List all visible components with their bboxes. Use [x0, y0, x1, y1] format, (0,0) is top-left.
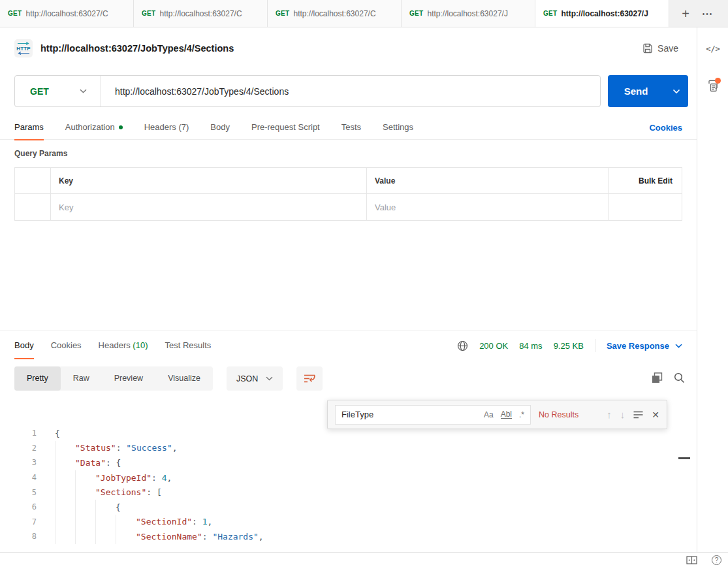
- send-options-chevron-icon[interactable]: [664, 89, 688, 94]
- view-mode-raw[interactable]: Raw: [61, 366, 102, 391]
- match-case-toggle[interactable]: Aa: [484, 410, 494, 419]
- bulk-edit-cell: Bulk Edit: [609, 168, 682, 193]
- request-tab[interactable]: GEThttp://localhost:63027/J: [535, 0, 669, 27]
- bulk-edit-button[interactable]: Bulk Edit: [616, 176, 674, 186]
- tab-headers-[interactable]: Headers (7): [144, 116, 189, 140]
- regex-toggle[interactable]: .*: [519, 410, 524, 419]
- save-label: Save: [657, 43, 678, 54]
- indent-guide: [95, 500, 116, 515]
- search-response-icon[interactable]: [674, 372, 685, 383]
- response-code[interactable]: 1{2"Status": "Success",3"Data": {4"JobTy…: [0, 426, 679, 552]
- code-line: 3"Data": {: [0, 455, 679, 470]
- tab-authorization[interactable]: Authorization: [65, 116, 123, 140]
- response-meta: 200 OK 84 ms 9.25 KB Save Response: [457, 339, 682, 352]
- json-token: :: [151, 473, 162, 483]
- indent-guide: [55, 500, 75, 515]
- request-tab[interactable]: GEThttp://localhost:63027/C: [134, 0, 268, 27]
- code-snippet-icon[interactable]: </>: [697, 44, 728, 54]
- wrap-lines-button[interactable]: [296, 366, 323, 391]
- tab-params[interactable]: Params: [14, 116, 44, 140]
- line-number: 8: [0, 532, 37, 541]
- copy-response-icon[interactable]: [652, 372, 663, 383]
- line-content: "Data": {: [55, 455, 121, 470]
- param-value-input[interactable]: Value: [367, 194, 609, 220]
- find-close-icon[interactable]: ✕: [652, 410, 659, 420]
- find-input[interactable]: [341, 410, 484, 419]
- whole-word-toggle[interactable]: Abl: [501, 410, 512, 419]
- line-content: "SectionName": "Hazards",: [55, 529, 264, 544]
- code-line: 6{: [0, 500, 679, 515]
- request-tab[interactable]: GEThttp://localhost:63027/J: [402, 0, 535, 27]
- tab-options-icon[interactable]: •••: [697, 0, 719, 27]
- find-in-selection-icon[interactable]: [633, 411, 643, 419]
- json-token: "Sections": [95, 487, 146, 497]
- indent-guide: [55, 529, 75, 544]
- tab-tests[interactable]: Tests: [341, 116, 361, 140]
- json-token: "Success": [126, 443, 172, 453]
- find-results-label: No Results: [539, 410, 578, 419]
- request-tab[interactable]: GEThttp://localhost:63027/C: [0, 0, 134, 27]
- response-time-badge[interactable]: 84 ms: [519, 341, 542, 351]
- json-token: "JobTypeId": [95, 473, 151, 483]
- json-token: : {: [106, 458, 121, 468]
- status-bar: ?: [0, 552, 728, 567]
- tab-method-label: GET: [543, 10, 557, 17]
- json-token: 1: [202, 517, 208, 526]
- response-tabs: BodyCookiesHeaders (10)Test Results 200 …: [0, 330, 697, 361]
- row-drag-handle: [15, 194, 51, 220]
- cookies-link[interactable]: Cookies: [649, 123, 682, 133]
- request-tabs: ParamsAuthorizationHeaders (7)BodyPre-re…: [0, 116, 697, 140]
- response-size-badge[interactable]: 9.25 KB: [554, 341, 584, 351]
- find-widget: Aa Abl .* No Results ↑ ↓ ✕: [327, 400, 667, 429]
- json-token: :: [202, 532, 213, 542]
- tab-pre-request-script[interactable]: Pre-request Script: [251, 116, 320, 140]
- status-code-badge[interactable]: 200 OK: [479, 341, 508, 351]
- editor-scroll-marker[interactable]: [678, 457, 690, 459]
- line-number: 6: [0, 502, 37, 511]
- view-mode-segmented-control: PrettyRawPreviewVisualize: [14, 366, 213, 391]
- new-tab-button[interactable]: +: [674, 0, 697, 27]
- json-token: "SectionName": [136, 532, 202, 542]
- help-icon[interactable]: ?: [712, 555, 721, 565]
- send-button[interactable]: Send: [608, 75, 688, 107]
- response-actions: [652, 372, 685, 383]
- format-label: JSON: [236, 374, 258, 383]
- request-builder: GET http://localhost:63027/JobTypes/4/Se…: [14, 75, 601, 107]
- view-mode-preview[interactable]: Preview: [102, 366, 155, 391]
- tab-url-label: http://localhost:63027/J: [427, 9, 527, 18]
- response-tab-body[interactable]: Body: [14, 331, 34, 361]
- comments-icon[interactable]: [697, 80, 728, 94]
- json-token: :: [116, 443, 127, 453]
- view-mode-visualize[interactable]: Visualize: [155, 366, 213, 391]
- json-token: "Data": [75, 458, 106, 468]
- save-button[interactable]: Save: [642, 43, 678, 54]
- line-number: 2: [0, 444, 37, 453]
- request-tabs-items: ParamsAuthorizationHeaders (7)BodyPre-re…: [14, 116, 413, 140]
- json-token: {: [55, 429, 60, 438]
- find-next-icon[interactable]: ↓: [620, 409, 625, 420]
- save-response-button[interactable]: Save Response: [607, 341, 682, 351]
- response-tab-test-results[interactable]: Test Results: [165, 331, 211, 361]
- right-sidebar: </>: [697, 27, 728, 552]
- param-extra-cell: [609, 194, 682, 220]
- response-tab-headers[interactable]: Headers (10): [99, 331, 148, 361]
- console-panel-icon[interactable]: [686, 556, 697, 564]
- network-globe-icon[interactable]: [457, 340, 468, 351]
- method-dropdown[interactable]: GET: [15, 76, 100, 106]
- response-tab-cookies[interactable]: Cookies: [51, 331, 82, 361]
- request-tab[interactable]: GEThttp://localhost:63027/C: [268, 0, 402, 27]
- json-token: ,: [208, 517, 213, 526]
- tab-settings[interactable]: Settings: [383, 116, 413, 140]
- tab-body[interactable]: Body: [210, 116, 230, 140]
- url-input[interactable]: http://localhost:63027/JobTypes/4/Sectio…: [101, 86, 600, 97]
- json-token: "Hazards": [212, 532, 258, 542]
- find-previous-icon[interactable]: ↑: [607, 409, 612, 420]
- format-dropdown[interactable]: JSON: [227, 366, 283, 391]
- json-token: 4: [162, 473, 167, 483]
- indent-guide: [55, 485, 75, 500]
- param-key-input[interactable]: Key: [51, 194, 367, 220]
- view-mode-pretty[interactable]: Pretty: [14, 366, 61, 391]
- response-view-bar: PrettyRawPreviewVisualize JSON: [14, 366, 323, 391]
- json-token: "Status": [75, 443, 116, 453]
- json-token: "SectionId": [136, 517, 192, 526]
